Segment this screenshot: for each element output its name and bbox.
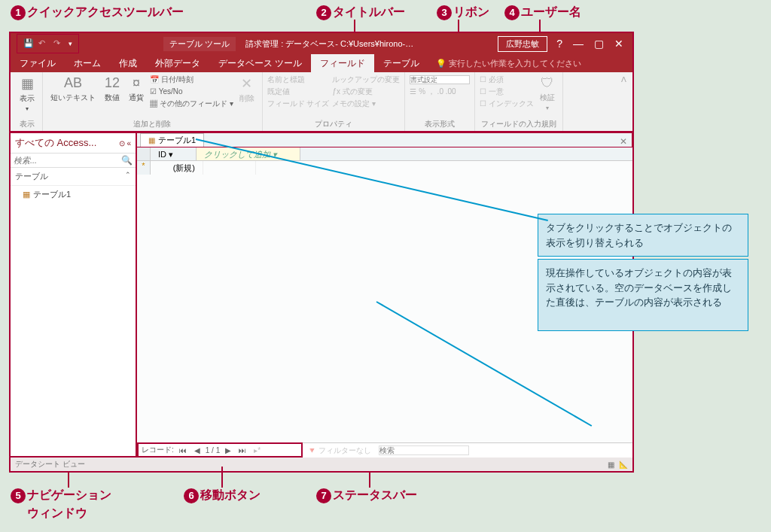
row-selector-new[interactable]: * (137, 161, 151, 175)
ribbon-group-properties: 名前と標題 既定値 フィールド サイズ ルックアップの変更 ƒx 式の変更 メモ… (263, 72, 406, 131)
callout-5b: ウィンドウ (27, 506, 87, 521)
group-label-addremove: 追加と削除 (47, 119, 258, 131)
recnav-last-icon[interactable]: ⏭ (236, 446, 248, 454)
tab-table[interactable]: テーブル (374, 54, 428, 72)
status-view-label: データシート ビュー (15, 459, 85, 470)
twelve-icon: 12 (105, 75, 120, 91)
undo-icon[interactable]: ↶ (38, 38, 49, 49)
validation-button[interactable]: 🛡検証▾ (537, 74, 558, 113)
group-label-format: 表示形式 (410, 119, 470, 131)
recnav-prev-icon[interactable]: ◀ (192, 446, 203, 454)
quick-access-toolbar: 💾 ↶ ↷ ▾ (17, 34, 79, 53)
user-name[interactable]: 広野忠敏 (498, 36, 547, 52)
ribbon-tabs: ファイル ホーム 作成 外部データ データベース ツール フィールド テーブル … (11, 54, 632, 72)
leader-5 (68, 473, 69, 488)
recnav-new-icon[interactable]: ▸* (251, 446, 263, 454)
tab-create[interactable]: 作成 (110, 54, 146, 72)
design-view-icon[interactable]: 📐 (619, 461, 628, 469)
callout-4: 4ユーザー名 (504, 5, 581, 20)
nav-item-table1[interactable]: テーブル1 (11, 186, 136, 203)
ribbon-group-addremove: AB短いテキスト 12数値 ¤通貨 📅 日付/時刻 ☑ Yes/No ▦ その他… (43, 72, 263, 131)
info-box-1: タブをクリックすることでオブジェクトの表示を切り替えられる (538, 214, 748, 257)
memo-button[interactable]: メモの設定 ▾ (332, 98, 400, 110)
select-all-cell[interactable] (137, 147, 151, 160)
number-button[interactable]: 12数値 (102, 74, 123, 105)
short-text-button[interactable]: AB短いテキスト (47, 74, 99, 105)
qat-dropdown-icon[interactable]: ▾ (69, 40, 72, 47)
tab-home[interactable]: ホーム (65, 54, 110, 72)
recnav-label: レコード: (142, 445, 174, 455)
cell-new-id[interactable]: (新規) (151, 161, 203, 175)
close-object-icon[interactable]: ✕ (615, 136, 632, 147)
navigation-pane: すべての Access... ⊙ « 🔍 テーブル⌃ テーブル1 (9, 132, 137, 458)
callout-6: 6移動ボタン (184, 488, 261, 503)
name-caption-button[interactable]: 名前と標題 (267, 74, 330, 86)
view-button[interactable]: ▦表示▾ (17, 74, 38, 114)
ab-icon: AB (64, 75, 82, 91)
tab-db-tools[interactable]: データベース ツール (209, 54, 311, 72)
lookup-button[interactable]: ルックアップの変更 (332, 74, 400, 86)
delete-button[interactable]: ✕削除 (236, 74, 258, 105)
search-icon[interactable]: 🔍 (121, 155, 133, 166)
nav-category-tables[interactable]: テーブル⌃ (11, 168, 136, 186)
info-box-2: 現在操作しているオブジェクトの内容が表示されている。空のデータベースを作成した直… (538, 259, 748, 331)
recnav-first-icon[interactable]: ⏮ (177, 446, 189, 454)
recnav-next-icon[interactable]: ▶ (223, 446, 233, 454)
field-size-button[interactable]: フィールド サイズ (267, 98, 330, 110)
yesno-button[interactable]: ☑ Yes/No (150, 86, 233, 98)
tell-me[interactable]: 💡 実行したい作業を入力してください (428, 58, 632, 69)
default-value-button[interactable]: 既定値 (267, 86, 330, 98)
cell-new-add[interactable] (203, 161, 256, 175)
callout-2: 2タイトルバー (316, 5, 405, 20)
contextual-tools-label: テーブル ツール (163, 37, 236, 51)
title-bar: 💾 ↶ ↷ ▾ テーブル ツール 請求管理 : データベース- C:¥Users… (11, 33, 632, 54)
ribbon-group-view: ▦表示▾ 表示 (12, 72, 43, 131)
unique-check[interactable]: ☐ 一意 (480, 86, 534, 98)
nav-header[interactable]: すべての Access... ⊙ « (11, 133, 136, 154)
currency-button[interactable]: ¤通貨 (126, 74, 147, 105)
column-header-id[interactable]: ID ▾ (151, 147, 197, 160)
status-bar: データシート ビュー ▦ 📐 (11, 458, 632, 471)
callout-5: 5ナビゲーション (11, 488, 111, 503)
group-label-view: 表示 (17, 119, 38, 131)
save-icon[interactable]: 💾 (23, 38, 34, 49)
tab-external-data[interactable]: 外部データ (146, 54, 209, 72)
collapse-ribbon-icon[interactable]: ᐱ (617, 72, 631, 131)
index-check[interactable]: ☐ インデックス (480, 98, 534, 110)
leader-7 (369, 473, 370, 488)
expression-button[interactable]: ƒx 式の変更 (332, 86, 400, 98)
nav-search-input[interactable] (14, 155, 121, 166)
more-fields-list: 📅 日付/時刻 ☑ Yes/No ▦ その他のフィールド ▾ (150, 74, 233, 110)
tab-file[interactable]: ファイル (11, 54, 65, 72)
currency-icon: ¤ (133, 75, 140, 91)
maximize-icon[interactable]: ▢ (594, 38, 604, 50)
object-tab-table1[interactable]: テーブル1 (140, 133, 204, 147)
filter-status[interactable]: 🔻 フィルターなし (307, 445, 371, 456)
leader-6 (221, 467, 223, 488)
group-label-validation: フィールドの入力規則 (480, 119, 558, 131)
recnav-search-input[interactable] (379, 445, 469, 455)
db-path-label: 請求管理 : データベース- C:¥Users¥hirono-… (245, 39, 413, 48)
window-controls: ? — ▢ ✕ (547, 38, 632, 50)
format-combo[interactable] (410, 75, 470, 84)
group-label-properties: プロパティ (267, 119, 401, 131)
datasheet-view-icon[interactable]: ▦ (608, 461, 614, 469)
required-check[interactable]: ☐ 必須 (480, 74, 534, 86)
ribbon: ▦表示▾ 表示 AB短いテキスト 12数値 ¤通貨 📅 日付/時刻 ☑ Yes/… (9, 72, 634, 132)
shield-icon: 🛡 (541, 75, 554, 91)
record-navigator: レコード: ⏮ ◀ 1 / 1 ▶ ⏭ ▸* (137, 442, 303, 458)
close-icon[interactable]: ✕ (614, 38, 623, 50)
callout-1: 1クイックアクセスツールバー (11, 5, 184, 20)
more-fields-button[interactable]: ▦ その他のフィールド ▾ (150, 98, 233, 110)
datetime-button[interactable]: 📅 日付/時刻 (150, 74, 233, 86)
object-tabstrip: テーブル1 ✕ (136, 132, 632, 147)
grid-icon: ▦ (21, 75, 34, 92)
callout-7: 7ステータスバー (316, 488, 417, 503)
tab-fields[interactable]: フィールド (311, 54, 374, 72)
minimize-icon[interactable]: — (573, 38, 584, 50)
help-icon[interactable]: ? (556, 38, 562, 50)
recnav-position[interactable]: 1 / 1 (206, 446, 220, 454)
redo-icon[interactable]: ↷ (53, 38, 64, 49)
format-symbols[interactable]: ☰ % ， .0 .00 (410, 86, 470, 98)
callout-3: 3リボン (437, 5, 489, 20)
